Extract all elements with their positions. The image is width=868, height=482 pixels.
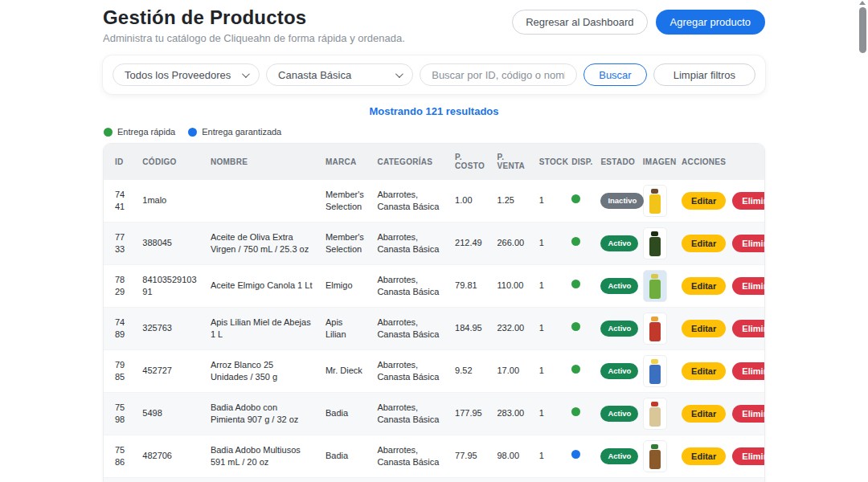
cell-disp xyxy=(565,265,594,308)
chevron-down-icon xyxy=(395,70,403,78)
product-image xyxy=(643,398,667,430)
page-subtitle: Administra tu catálogo de Cliqueahn de f… xyxy=(103,32,405,44)
cell-nombre: Badia Adobo Multiusos 591 mL / 20 oz xyxy=(204,435,319,478)
provider-select[interactable]: Todos los Proveedores xyxy=(113,63,260,86)
add-product-button[interactable]: Agregar producto xyxy=(656,10,765,35)
table-row: 7598 5498 Badia Adobo con Pimienta 907 g… xyxy=(104,393,764,435)
cell-marca: Badia xyxy=(319,478,371,482)
search-button[interactable]: Buscar xyxy=(583,63,646,86)
cell-estado: Activo xyxy=(594,478,636,482)
table-body: 7441 1malo Member's Selection Abarrotes,… xyxy=(104,180,764,482)
column-header: ESTADO xyxy=(594,144,636,180)
availability-dot xyxy=(571,237,580,246)
cell-p-venta: 110.00 xyxy=(490,265,532,308)
delete-button[interactable]: Eliminar xyxy=(732,362,765,380)
chevron-down-icon xyxy=(242,70,250,78)
cell-imagen xyxy=(637,478,675,482)
cell-codigo: 482706 xyxy=(136,435,204,478)
cell-marca: Badia xyxy=(319,435,371,478)
delete-button[interactable]: Eliminar xyxy=(732,447,765,465)
status-badge: Activo xyxy=(600,235,638,251)
cell-categorias: Abarrotes, Canasta Básica xyxy=(371,265,448,308)
column-header: CATEGORÍAS xyxy=(371,144,448,180)
edit-button[interactable]: Editar xyxy=(682,405,726,423)
cell-stock: 1 xyxy=(533,393,565,435)
cell-categorias: Abarrotes, Canasta Básica xyxy=(371,308,448,350)
cell-id: 7489 xyxy=(104,308,136,350)
cell-imagen xyxy=(637,265,675,308)
blue-dot-icon xyxy=(188,128,197,137)
cell-disp xyxy=(565,393,594,435)
results-count: Mostrando 121 resultados xyxy=(103,105,765,117)
cell-stock: 1 xyxy=(533,478,565,482)
cell-stock: 1 xyxy=(533,223,565,265)
delete-button[interactable]: Eliminar xyxy=(732,192,765,210)
cell-codigo: 8410352910391 xyxy=(136,265,204,308)
cell-acciones: Editar Eliminar xyxy=(675,478,764,482)
availability-dot xyxy=(571,280,580,288)
product-image xyxy=(643,440,667,472)
column-header: STOCK xyxy=(533,144,565,180)
category-select[interactable]: Canasta Básica xyxy=(266,63,413,86)
legend-fast-label: Entrega rápida xyxy=(117,127,175,137)
cell-marca: Elmigo xyxy=(319,265,371,308)
cell-imagen xyxy=(637,350,675,393)
cell-categorias: Abarrotes, Canasta Básica xyxy=(371,478,448,482)
product-image-body xyxy=(649,407,661,427)
table-row: 7586 482706 Badia Adobo Multiusos 591 mL… xyxy=(104,435,764,478)
scrollbar-thumb[interactable] xyxy=(859,7,866,53)
delete-button[interactable]: Eliminar xyxy=(732,277,765,295)
product-image-body xyxy=(649,280,661,299)
cell-p-costo: 77.95 xyxy=(448,435,490,478)
column-header: P. VENTA xyxy=(490,144,532,180)
edit-button[interactable]: Editar xyxy=(682,320,726,337)
column-header: NOMBRE xyxy=(204,144,319,180)
product-management-page: Gestión de Productos Administra tu catál… xyxy=(0,0,868,482)
cell-acciones: Editar Eliminar xyxy=(675,180,764,223)
search-input[interactable] xyxy=(420,63,577,86)
cell-id: 7733 xyxy=(104,223,136,265)
cell-p-venta: 266.00 xyxy=(490,223,532,265)
cell-marca: Badia xyxy=(319,393,371,435)
cell-disp xyxy=(565,435,594,478)
cell-id: 7586 xyxy=(104,435,136,478)
cell-nombre xyxy=(204,180,319,223)
edit-button[interactable]: Editar xyxy=(682,235,726,252)
filter-bar: Todos los Proveedores Canasta Básica Bus… xyxy=(103,55,765,94)
column-header: DISP. xyxy=(565,144,594,180)
column-header: IMAGEN xyxy=(637,144,675,180)
cell-marca: Mr. Dieck xyxy=(319,350,371,393)
back-to-dashboard-button[interactable]: Regresar al Dashboard xyxy=(512,10,647,35)
cell-nombre: Aceite Elmigo Canola 1 Lt xyxy=(204,265,319,308)
column-header: MARCA xyxy=(319,144,371,180)
product-image-cap xyxy=(651,317,658,321)
cell-codigo: 388045 xyxy=(136,223,204,265)
cell-p-costo: 212.49 xyxy=(448,223,490,265)
product-image-body xyxy=(649,237,661,256)
cell-stock: 1 xyxy=(533,180,565,223)
cell-marca: Apis Lilian xyxy=(319,308,371,350)
status-badge: Activo xyxy=(600,278,638,293)
cell-p-venta: 290.00 xyxy=(490,478,532,482)
delete-button[interactable]: Eliminar xyxy=(732,235,765,252)
cell-disp xyxy=(565,350,594,393)
edit-button[interactable]: Editar xyxy=(682,447,726,465)
cell-id: 7592 xyxy=(104,478,136,482)
edit-button[interactable]: Editar xyxy=(682,362,726,380)
edit-button[interactable]: Editar xyxy=(682,277,726,295)
cell-nombre: Arroz Blanco 25 Unidades / 350 g xyxy=(204,350,319,393)
cell-codigo: 452727 xyxy=(136,350,204,393)
table-row: 7985 452727 Arroz Blanco 25 Unidades / 3… xyxy=(104,350,764,393)
cell-p-costo: 79.81 xyxy=(448,265,490,308)
delete-button[interactable]: Eliminar xyxy=(732,405,765,423)
delete-button[interactable]: Eliminar xyxy=(732,320,765,337)
edit-button[interactable]: Editar xyxy=(682,192,726,210)
availability-dot xyxy=(571,450,580,459)
product-image-body xyxy=(649,365,661,384)
table-row: 7829 8410352910391 Aceite Elmigo Canola … xyxy=(104,265,764,308)
status-badge: Activo xyxy=(600,448,638,464)
cell-marca: Member's Selection xyxy=(319,223,371,265)
scrollbar-up-arrow-icon[interactable] xyxy=(859,1,866,5)
products-table-card: IDCÓDIGONOMBREMARCACATEGORÍASP. COSTOP. … xyxy=(103,143,765,482)
clear-filters-button[interactable]: Limpiar filtros xyxy=(653,63,755,86)
